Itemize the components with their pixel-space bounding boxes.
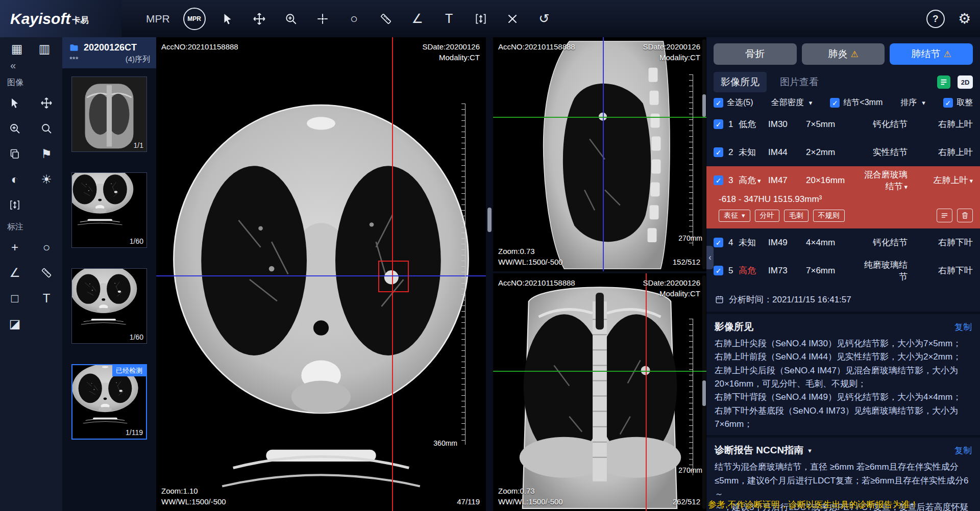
- close-tool-button[interactable]: [500, 7, 525, 31]
- feature-chip-spiculation[interactable]: 毛刺: [784, 210, 808, 222]
- crosshair-horizontal-blue[interactable]: [156, 275, 486, 276]
- window-level-tool-button[interactable]: [3, 194, 27, 216]
- panel-collapse-handle[interactable]: ‹: [706, 246, 714, 269]
- thumbnail-ct-2[interactable]: 1/60: [71, 268, 147, 344]
- checkbox-icon[interactable]: ✓: [714, 147, 723, 157]
- layout-grid-button[interactable]: ▦: [10, 42, 23, 56]
- tab-pneumonia[interactable]: 肺炎⚠: [802, 43, 885, 65]
- cursor-tool-button[interactable]: [3, 92, 27, 114]
- thumbnail-xray[interactable]: 1/1: [71, 76, 147, 152]
- viewport-coronal[interactable]: 270mm AccNO:202101158888 SDate:20200126 …: [493, 273, 706, 511]
- reset-rotate-tool-button[interactable]: ↺: [532, 7, 556, 31]
- nodule-row-3-expanded[interactable]: ✓ 3 高危▾ IM47 20×16mm 混合磨玻璃结节▾ 左肺上叶▾ -618…: [706, 166, 980, 228]
- tab-lung-nodule[interactable]: 肺结节⚠: [890, 43, 973, 65]
- round-checkbox[interactable]: ✓取整: [943, 97, 973, 108]
- slice-scrollbar[interactable]: [702, 275, 706, 509]
- scrollbar-thumb[interactable]: [702, 94, 706, 117]
- nodule-risk-dropdown[interactable]: 高危▾: [739, 174, 768, 186]
- crosshair-tool-button[interactable]: [310, 7, 335, 31]
- checkbox-icon[interactable]: ✓: [943, 98, 953, 108]
- pan-tool-button[interactable]: [35, 92, 58, 114]
- lt3mm-checkbox[interactable]: ✓结节<3mm: [830, 97, 883, 108]
- nodule-row-5[interactable]: ✓ 5 高危 IM73 7×6mm 纯磨玻璃结节 右肺下叶: [706, 257, 980, 285]
- angle-tool-button[interactable]: ∠: [405, 7, 430, 31]
- viewport-axial[interactable]: 360mm AccNO:202101158888 SDate:20200126 …: [156, 37, 486, 511]
- copy-findings-button[interactable]: 复制: [954, 321, 972, 333]
- ellipse-tool-button[interactable]: ○: [342, 7, 366, 31]
- checkbox-icon[interactable]: ✓: [830, 98, 840, 108]
- ruler-annotation-button[interactable]: [35, 262, 58, 284]
- nodule-roi-box[interactable]: [378, 261, 409, 292]
- feature-chip-lobulation[interactable]: 分叶: [755, 210, 779, 222]
- series-header[interactable]: 20200126CT *** (4)序列: [62, 37, 156, 68]
- nodule-type-dropdown[interactable]: 混合磨玻璃结节▾: [859, 169, 922, 192]
- crosshair-vertical-blue[interactable]: [603, 37, 604, 271]
- thumbnail-list: 1/1 1/60 1/60 已经检测 1/119: [62, 68, 156, 511]
- copy-tool-button[interactable]: [3, 143, 27, 165]
- locate-button[interactable]: [937, 209, 952, 222]
- angle-annotation-button[interactable]: ∠: [3, 262, 27, 284]
- thumbnail-ct-1[interactable]: 1/60: [71, 172, 147, 248]
- nodule-row-1[interactable]: ✓ 1 低危 IM30 7×5mm 钙化结节 右肺上叶: [706, 110, 980, 138]
- tab-fracture[interactable]: 骨折: [714, 43, 797, 65]
- collapse-sidebar-button[interactable]: «: [0, 60, 62, 71]
- zoom-in-icon: [9, 122, 21, 135]
- scrollbar-thumb[interactable]: [702, 380, 706, 406]
- crosshair-annotation-button[interactable]: +: [3, 237, 27, 258]
- settings-button[interactable]: ⚙: [958, 10, 971, 27]
- cursor-tool-button[interactable]: [215, 7, 240, 31]
- nodule-row-4[interactable]: ✓ 4 未知 IM49 4×4mm 钙化结节 右肺下叶: [706, 228, 980, 257]
- feature-chip-irregular[interactable]: 不规则: [813, 210, 845, 222]
- 2d-toggle-button[interactable]: 2D: [958, 75, 973, 89]
- checkbox-icon[interactable]: ✓: [714, 175, 723, 185]
- cursor-icon: [221, 12, 234, 25]
- ruler-tool-button[interactable]: [374, 7, 398, 31]
- brightness-tool-button[interactable]: ☀: [35, 169, 58, 190]
- mpr-toggle-button[interactable]: MPR: [183, 8, 206, 30]
- divider-drag-handle[interactable]: [487, 208, 492, 232]
- report-title[interactable]: 诊断报告 NCCN指南▾: [715, 444, 812, 457]
- layout-columns-button[interactable]: ▥: [38, 42, 51, 56]
- nodule-image-index: IM30: [768, 119, 806, 130]
- viewport-sagittal[interactable]: 270mm AccNO:202101158888 SDate:20200126 …: [493, 37, 706, 271]
- gear-icon: ⚙: [958, 11, 971, 27]
- feature-dropdown[interactable]: 表征▾: [719, 210, 750, 222]
- nodule-list: ✓ 1 低危 IM30 7×5mm 钙化结节 右肺上叶 ✓ 2 未知 IM44 …: [706, 110, 980, 285]
- tab-image-view[interactable]: 图片查看: [780, 75, 819, 89]
- checkbox-icon[interactable]: ✓: [714, 98, 723, 108]
- pan-tool-button[interactable]: [247, 7, 272, 31]
- ellipse-annotation-button[interactable]: ○: [35, 237, 58, 258]
- report-icon[interactable]: [936, 75, 951, 89]
- tab-findings[interactable]: 影像所见: [714, 72, 767, 92]
- ruler-scale-label: 360mm: [433, 439, 457, 447]
- crosshair-horizontal-green[interactable]: [493, 117, 706, 118]
- flag-tool-button[interactable]: ⚑: [35, 143, 58, 165]
- zoom-in-tool-button[interactable]: [279, 7, 303, 31]
- crosshair-horizontal-green[interactable]: [493, 371, 706, 372]
- nodule-hu-volume: -618 - 347HU 1515.93mm³: [706, 194, 980, 208]
- thumbnail-ct-3-active[interactable]: 已经检测 1/119: [71, 364, 147, 440]
- slice-scrollbar[interactable]: [702, 39, 706, 269]
- copy-report-button[interactable]: 复制: [954, 445, 972, 456]
- series-panel: 20200126CT *** (4)序列 1/1 1/60 1: [62, 37, 156, 511]
- nodule-location-dropdown[interactable]: 左肺上叶▾: [922, 174, 973, 186]
- invert-tool-button[interactable]: ◐: [3, 169, 27, 190]
- eraser-annotation-button[interactable]: ◪: [3, 313, 27, 335]
- search-tool-button[interactable]: [35, 118, 58, 139]
- select-all-checkbox[interactable]: ✓全选(5): [714, 97, 753, 108]
- text-annotation-button[interactable]: T: [35, 288, 58, 309]
- density-dropdown[interactable]: 全部密度▾: [771, 97, 813, 108]
- checkbox-icon[interactable]: ✓: [714, 238, 723, 247]
- rectangle-annotation-button[interactable]: □: [3, 288, 27, 309]
- zoom-in-tool-button[interactable]: [3, 118, 27, 139]
- sort-dropdown[interactable]: 排序▾: [900, 97, 925, 108]
- checkbox-icon[interactable]: ✓: [714, 266, 723, 275]
- help-button[interactable]: ?: [926, 10, 945, 28]
- window-level-tool-button[interactable]: [469, 7, 493, 31]
- checkbox-icon[interactable]: ✓: [714, 119, 723, 129]
- text-tool-button[interactable]: T: [437, 7, 461, 31]
- delete-button[interactable]: [957, 209, 973, 222]
- crosshair-vertical-red[interactable]: [646, 273, 647, 511]
- nodule-row-2[interactable]: ✓ 2 未知 IM44 2×2mm 实性结节 右肺上叶: [706, 138, 980, 166]
- copy-icon: [9, 148, 21, 160]
